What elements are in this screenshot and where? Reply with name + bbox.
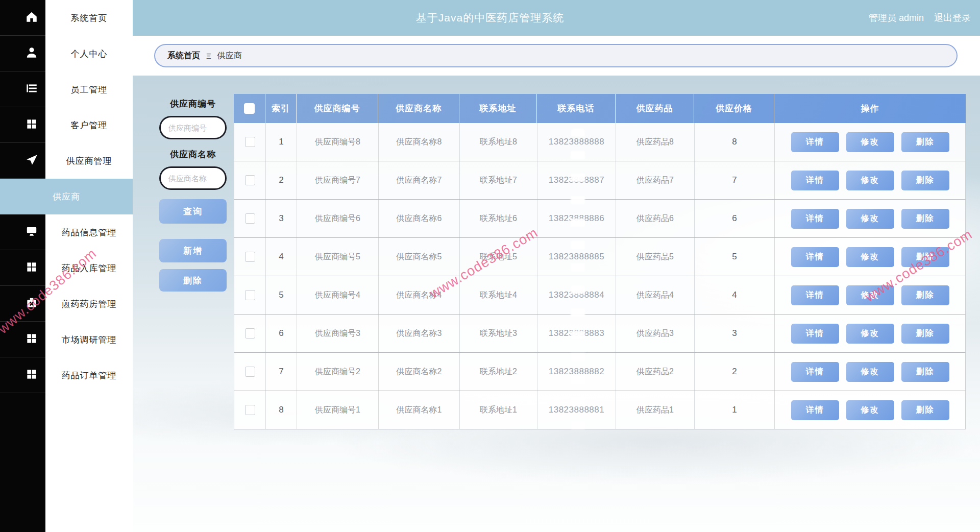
sidebar-item-home[interactable]: 系统首页 [45, 0, 133, 36]
edit-button[interactable]: 修改 [846, 171, 894, 190]
row-delete-button[interactable]: 删除 [901, 400, 949, 420]
row-delete-button[interactable]: 删除 [901, 324, 949, 344]
breadcrumb: 系统首页 Ξ 供应商 [154, 44, 958, 67]
table-row: 1 供应商编号8 供应商名称8 联系地址8 13823888888 供应药品8 … [234, 123, 966, 161]
col-actions: 操作 [774, 94, 966, 123]
sidebar-item-supplier-mgmt[interactable]: 供应商管理 [45, 143, 133, 179]
supplier-name-input[interactable] [159, 166, 227, 190]
detail-button[interactable]: 详情 [791, 400, 839, 420]
row-checkbox[interactable] [245, 290, 255, 300]
sidebar-item-supplier-active[interactable]: 供应商 [0, 179, 133, 214]
row-checkbox[interactable] [245, 328, 255, 338]
sidebar-item-staff[interactable]: 员工管理 [45, 71, 133, 107]
grid-icon [25, 332, 38, 347]
table-row: 2 供应商编号7 供应商名称7 联系地址7 13823888887 供应药品7 … [234, 161, 966, 200]
table-row: 8 供应商编号1 供应商名称1 联系地址1 13823888881 供应药品1 … [234, 391, 966, 429]
table-header-row: 索引 供应商编号 供应商名称 联系地址 联系电话 供应药品 供应价格 操作 [234, 94, 966, 123]
sidebar-icon-home[interactable] [0, 0, 45, 36]
sidebar-item-drug-inbound[interactable]: 药品入库管理 [45, 250, 133, 286]
sidebar-icon-profile[interactable] [0, 36, 45, 71]
col-product: 供应药品 [616, 94, 694, 123]
breadcrumb-separator-icon: Ξ [206, 52, 211, 60]
sidebar-icon-supplier[interactable] [0, 143, 45, 179]
sidebar-icon-drug-inbound[interactable] [0, 250, 45, 286]
add-button[interactable]: 新增 [159, 239, 227, 262]
breadcrumb-home[interactable]: 系统首页 [167, 51, 200, 61]
col-name: 供应商名称 [378, 94, 459, 123]
row-delete-button[interactable]: 删除 [901, 132, 949, 152]
table-row: 7 供应商编号2 供应商名称2 联系地址2 13823888882 供应药品2 … [234, 353, 966, 391]
logout-link[interactable]: 退出登录 [934, 12, 971, 24]
query-button[interactable]: 查询 [159, 199, 227, 224]
table-row: 6 供应商编号3 供应商名称3 联系地址3 13823888883 供应药品3 … [234, 315, 966, 353]
sidebar-menu: 系统首页 个人中心 员工管理 客户管理 供应商管理 供应商 药品信息管理 药品入… [45, 0, 133, 532]
row-checkbox[interactable] [245, 175, 255, 185]
breadcrumb-band: 系统首页 Ξ 供应商 [133, 36, 980, 76]
supplier-code-label: 供应商编号 [170, 98, 216, 110]
send-icon [25, 153, 38, 168]
row-delete-button[interactable]: 删除 [901, 247, 949, 267]
delete-button[interactable]: 删除 [159, 269, 227, 292]
grid-icon [25, 260, 38, 276]
row-checkbox[interactable] [245, 213, 255, 224]
detail-button[interactable]: 详情 [791, 247, 839, 267]
breadcrumb-current: 供应商 [217, 51, 242, 61]
sidebar-icon-market[interactable] [0, 322, 45, 357]
edit-button[interactable]: 修改 [846, 209, 894, 229]
sidebar-item-customer[interactable]: 客户管理 [45, 107, 133, 143]
sidebar-item-decoction[interactable]: 煎药药房管理 [45, 286, 133, 322]
row-checkbox[interactable] [245, 367, 255, 377]
sidebar-item-profile[interactable]: 个人中心 [45, 36, 133, 71]
detail-button[interactable]: 详情 [791, 324, 839, 344]
table-row: 5 供应商编号4 供应商名称4 联系地址4 13823888884 供应药品4 … [234, 276, 966, 315]
icon-rail [0, 0, 45, 532]
col-phone: 联系电话 [537, 94, 616, 123]
detail-button[interactable]: 详情 [791, 209, 839, 229]
detail-button[interactable]: 详情 [791, 285, 839, 305]
table-row: 4 供应商编号5 供应商名称5 联系地址5 13823888885 供应药品5 … [234, 238, 966, 276]
home-icon [25, 10, 38, 26]
app-title: 基于Java的中医药店管理系统 [0, 0, 980, 36]
grid-icon [25, 368, 38, 383]
sidebar-icon-staff[interactable] [0, 71, 45, 107]
table-row: 3 供应商编号6 供应商名称6 联系地址6 13823888886 供应药品6 … [234, 200, 966, 238]
supplier-name-label: 供应商名称 [170, 149, 216, 160]
sidebar-icon-drug-info[interactable] [0, 214, 45, 250]
monitor-icon [25, 225, 38, 240]
box-x-icon [25, 296, 38, 311]
edit-button[interactable]: 修改 [846, 324, 894, 344]
supplier-table: 索引 供应商编号 供应商名称 联系地址 联系电话 供应药品 供应价格 操作 1 … [234, 94, 966, 429]
edit-button[interactable]: 修改 [846, 247, 894, 267]
col-index: 索引 [265, 94, 297, 123]
row-delete-button[interactable]: 删除 [901, 209, 949, 229]
supplier-code-input[interactable] [159, 116, 227, 139]
detail-button[interactable]: 详情 [791, 132, 839, 152]
main-content: 供应商编号 供应商名称 查询 新增 删除 索引 供应商编号 供应商名称 联系地址… [133, 76, 980, 532]
sidebar-item-drug-info[interactable]: 药品信息管理 [45, 214, 133, 250]
row-checkbox[interactable] [245, 405, 255, 415]
user-icon [25, 46, 38, 61]
edit-button[interactable]: 修改 [846, 400, 894, 420]
grid-icon [25, 117, 38, 133]
row-checkbox[interactable] [245, 252, 255, 262]
detail-button[interactable]: 详情 [791, 362, 839, 382]
row-delete-button[interactable]: 删除 [901, 285, 949, 305]
select-all-checkbox[interactable] [244, 103, 255, 114]
sidebar-icon-decoction[interactable] [0, 286, 45, 322]
top-header: 基于Java的中医药店管理系统 管理员 admin 退出登录 [0, 0, 980, 36]
edit-button[interactable]: 修改 [846, 362, 894, 382]
detail-button[interactable]: 详情 [791, 171, 839, 190]
sidebar-item-orders[interactable]: 药品订单管理 [45, 357, 133, 393]
search-panel: 供应商编号 供应商名称 查询 新增 删除 [159, 98, 227, 292]
row-delete-button[interactable]: 删除 [901, 362, 949, 382]
sidebar-icon-orders[interactable] [0, 357, 45, 393]
row-checkbox[interactable] [245, 137, 255, 147]
current-user[interactable]: 管理员 admin [869, 12, 924, 24]
edit-button[interactable]: 修改 [846, 285, 894, 305]
select-all-cell [234, 94, 265, 123]
row-delete-button[interactable]: 删除 [901, 171, 949, 190]
col-price: 供应价格 [694, 94, 774, 123]
sidebar-icon-customer[interactable] [0, 107, 45, 143]
edit-button[interactable]: 修改 [846, 132, 894, 152]
sidebar-item-market[interactable]: 市场调研管理 [45, 322, 133, 357]
